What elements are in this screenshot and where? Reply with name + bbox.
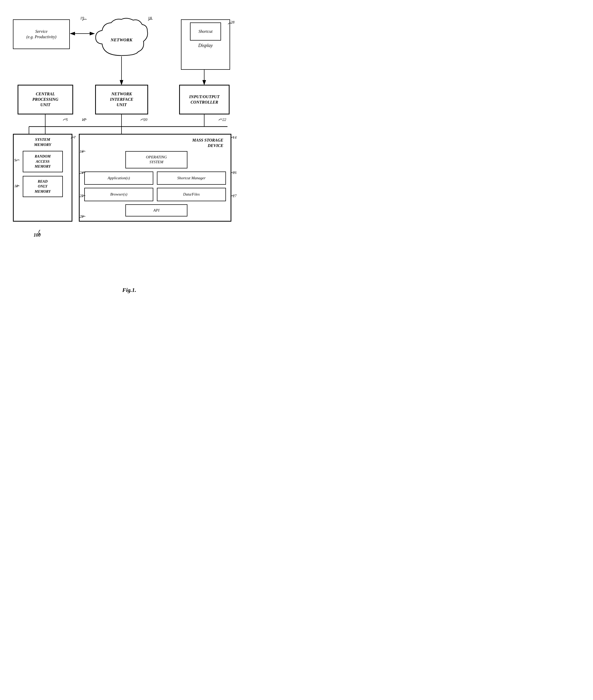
shortcut-display-label: Display: [198, 43, 213, 49]
data-files-label: Data/Files: [183, 192, 200, 196]
network-cloud: NETWORK: [93, 15, 150, 61]
cpu-box: CENTRAL PROCESSING UNIT: [17, 85, 73, 115]
num-27: 27: [233, 194, 237, 198]
fig-caption: Fig.1.: [0, 287, 259, 294]
system-memory-box: SYSTEM MEMORY RANDOM ACCESS MEMORY READ …: [13, 134, 72, 222]
num-24: 24: [80, 171, 83, 175]
num-20: 20: [144, 118, 147, 122]
num-29: 29: [80, 214, 83, 219]
io-controller-box: INPUT/OUTPUT CONTROLLER: [179, 85, 230, 115]
os-label: OPERATING SYSTEM: [146, 155, 167, 164]
num-10: 10: [14, 184, 18, 188]
shortcut-display-outer: Shortcut Display: [181, 19, 230, 70]
system-memory-label: SYSTEM MEMORY: [34, 137, 51, 147]
ram-label: RANDOM ACCESS MEMORY: [35, 155, 51, 168]
api-label: API: [153, 208, 159, 212]
num-14: 14: [233, 135, 237, 140]
num-28: 28: [231, 20, 234, 25]
shortcut-manager-label: Shortcut Manager: [177, 176, 206, 180]
io-label: INPUT/OUTPUT CONTROLLER: [189, 94, 220, 105]
num-18: 18: [148, 16, 152, 20]
num-26: 26: [233, 171, 237, 175]
num-12: 12: [82, 118, 86, 122]
num-7: 7: [74, 135, 76, 140]
browsers-label: Browser(s): [110, 192, 127, 196]
num-22: 22: [222, 118, 226, 122]
mass-storage-box: MASS STORAGE DEVICE OPERATING SYSTEM App…: [79, 134, 231, 222]
num-9: 9: [14, 158, 16, 163]
mass-storage-label: MASS STORAGE DEVICE: [192, 138, 223, 148]
num-19: 19: [80, 16, 84, 20]
service-box: Service (e.g. Productivity): [13, 19, 70, 49]
shortcut-inner-label: Shortcut: [199, 29, 212, 34]
svg-text:NETWORK: NETWORK: [110, 38, 133, 42]
rom-label: READ ONLY MEMORY: [35, 179, 51, 193]
num-16: 16: [80, 149, 83, 154]
num-5: 5: [66, 118, 68, 122]
cpu-label: CENTRAL PROCESSING UNIT: [32, 91, 58, 107]
applications-label: Application(s): [108, 176, 130, 180]
num-25: 25: [80, 194, 83, 198]
num-100: 100: [34, 232, 41, 238]
niu-label: NETWORK INTERFACE UNIT: [110, 91, 133, 107]
niu-box: NETWORK INTERFACE UNIT: [95, 85, 148, 115]
service-label: Service (e.g. Productivity): [26, 29, 56, 40]
diagram: Service (e.g. Productivity) NETWORK Shor…: [0, 0, 259, 284]
